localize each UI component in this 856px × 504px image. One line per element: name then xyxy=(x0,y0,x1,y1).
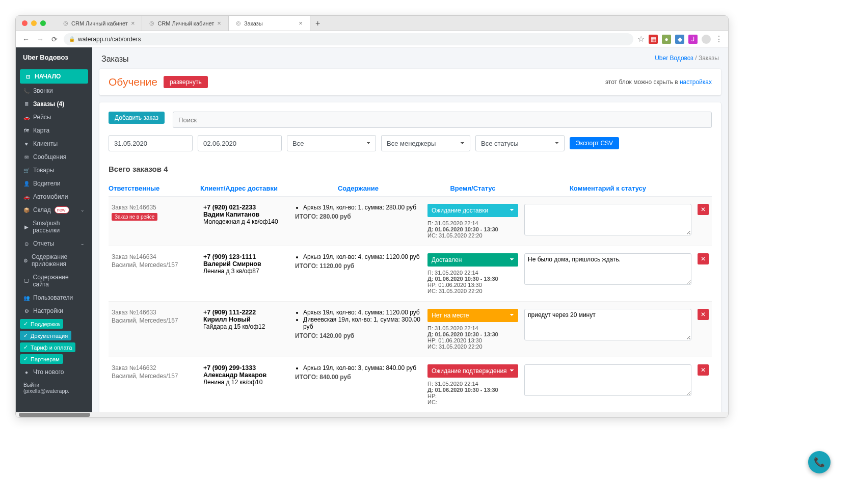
comment-input[interactable]: Не было дома, пришлось ждать. xyxy=(524,253,691,285)
sidebar-label: Склад xyxy=(33,206,51,214)
extension-icon[interactable]: ● xyxy=(662,35,671,44)
sidebar-icon: ⚙ xyxy=(23,258,28,263)
forward-button[interactable]: → xyxy=(35,35,45,43)
filter-managers-select[interactable]: Все менеджеры xyxy=(381,135,470,151)
order-total: ИТОГО: 280.00 руб xyxy=(295,213,421,220)
extension-icon[interactable]: J xyxy=(688,35,698,44)
training-hint: этот блок можно скрыть в настройках xyxy=(605,78,712,86)
sidebar-item-10[interactable]: ▶Sms/push рассылки xyxy=(20,217,88,236)
sidebar-item-5[interactable]: ✉Сообщения xyxy=(20,151,88,163)
sidebar-item-9[interactable]: 📦Складnew!⌄ xyxy=(20,204,88,216)
sidebar-label: Клиенты xyxy=(33,140,58,147)
sidebar-item-1[interactable]: ≣Заказы (4) xyxy=(20,98,88,110)
comment-input[interactable] xyxy=(524,204,691,235)
close-icon[interactable]: × xyxy=(217,19,221,27)
order-row: Заказ №146632 Василий, Mercedes/157 +7 (… xyxy=(109,357,712,412)
order-item: Дивеевская 19л, кол-во: 1, сумма: 300.00… xyxy=(303,316,421,330)
sidebar-label: Содержание приложения xyxy=(32,253,85,268)
sidebar-badge-1[interactable]: ✓Документация xyxy=(20,331,71,340)
sidebar-icon: 🚗 xyxy=(23,194,30,200)
sidebar-icon: ⚙ xyxy=(23,308,30,314)
order-number[interactable]: Заказ №146634 xyxy=(112,253,197,260)
delete-order-button[interactable]: ✕ xyxy=(698,204,709,215)
browser-tab-1[interactable]: ◎CRM Личный кабинет× xyxy=(142,16,228,31)
sidebar-item-4[interactable]: ♥Клиенты xyxy=(20,138,88,150)
sidebar-item-2[interactable]: 🚗Рейсы xyxy=(20,111,88,123)
breadcrumb-root[interactable]: Uber Водовоз xyxy=(655,55,693,62)
date-to-input[interactable] xyxy=(198,135,282,151)
order-number[interactable]: Заказ №146632 xyxy=(112,364,197,372)
new-tab-button[interactable]: + xyxy=(310,16,325,31)
comment-input[interactable]: приедут через 20 минут xyxy=(524,309,691,340)
back-button[interactable]: ← xyxy=(21,35,31,43)
col-responsible: Ответственные xyxy=(109,184,200,192)
order-number[interactable]: Заказ №146635 xyxy=(112,204,197,211)
browser-tab-2[interactable]: ◎Заказы× xyxy=(229,16,310,31)
sidebar-whatsnew[interactable]: ●Что нового xyxy=(20,366,88,378)
url-text: waterapp.ru/cab/orders xyxy=(78,36,141,43)
star-icon[interactable]: ☆ xyxy=(637,34,645,44)
order-times: П: 31.05.2020 22:14Д: 01.06.2020 10:30 -… xyxy=(427,325,518,350)
sidebar-item-13[interactable]: 🖵Содержание сайта xyxy=(20,271,88,290)
status-select[interactable]: Нет на месте xyxy=(427,309,518,322)
sidebar-label: Что нового xyxy=(33,368,64,376)
minimize-window-icon[interactable] xyxy=(31,20,37,26)
sidebar-item-14[interactable]: 👥Пользователи xyxy=(20,291,88,304)
close-icon[interactable]: × xyxy=(131,19,135,27)
client-address: Ленина д 3 кв/оф87 xyxy=(203,268,289,275)
sidebar-item-8[interactable]: 🚗Автомобили xyxy=(20,191,88,203)
sidebar-badge-3[interactable]: ✓Партнерам xyxy=(20,354,63,364)
delete-order-button[interactable]: ✕ xyxy=(698,364,709,376)
sidebar-item-11[interactable]: ⊙Отчеты⌄ xyxy=(20,237,88,250)
reload-button[interactable]: ⟳ xyxy=(49,35,60,43)
breadcrumb: Uber Водовоз / Заказы xyxy=(655,55,719,64)
extension-icon[interactable]: ◆ xyxy=(675,35,684,44)
comment-input[interactable] xyxy=(524,364,691,396)
maximize-window-icon[interactable] xyxy=(40,20,46,26)
settings-link[interactable]: настройках xyxy=(680,78,712,86)
delete-order-button[interactable]: ✕ xyxy=(698,253,709,264)
browser-tab-0[interactable]: ◎CRM Личный кабинет× xyxy=(56,16,142,31)
profile-icon[interactable] xyxy=(702,35,711,44)
breadcrumb-current: Заказы xyxy=(699,55,719,62)
order-number[interactable]: Заказ №146633 xyxy=(112,309,197,316)
sidebar-icon: ▶ xyxy=(23,224,29,230)
sidebar-label: Рейсы xyxy=(33,114,51,121)
search-input[interactable] xyxy=(173,112,712,128)
training-card: Обучение развернуть этот блок можно скры… xyxy=(99,69,721,95)
add-order-button[interactable]: Добавить заказ xyxy=(109,112,165,124)
delete-order-button[interactable]: ✕ xyxy=(698,309,709,320)
close-window-icon[interactable] xyxy=(22,20,28,26)
browser-tabs: ◎CRM Личный кабинет× ◎CRM Личный кабинет… xyxy=(56,16,325,31)
status-select[interactable]: Доставлен xyxy=(427,253,518,267)
sidebar-badge-2[interactable]: ✓Тариф и оплата xyxy=(20,342,75,352)
expand-training-button[interactable]: развернуть xyxy=(164,76,208,88)
orders-card: Добавить заказ Все Все менеджеры Все ста… xyxy=(99,102,721,412)
info-icon: ● xyxy=(23,369,30,375)
sidebar-item-7[interactable]: 👤Водители xyxy=(20,177,88,190)
sidebar-badge-0[interactable]: ✓Поддержка xyxy=(20,319,63,329)
sidebar-item-6[interactable]: 🛒Товары xyxy=(20,164,88,176)
status-select[interactable]: Ожидание подтверждения xyxy=(427,364,518,378)
date-from-input[interactable] xyxy=(109,135,193,151)
sidebar-item-3[interactable]: 🗺Карта xyxy=(20,124,88,137)
sidebar-icon: 🗺 xyxy=(23,128,30,134)
sidebar-item-0[interactable]: 📞Звонки xyxy=(20,85,88,97)
menu-icon[interactable]: ⋮ xyxy=(715,34,723,44)
filter-all-select[interactable]: Все xyxy=(287,135,376,151)
sidebar-home[interactable]: ⊡НАЧАЛО xyxy=(20,69,88,84)
extension-icon[interactable]: ▦ xyxy=(649,35,658,44)
close-icon[interactable]: × xyxy=(299,19,303,27)
export-csv-button[interactable]: Экспорт CSV xyxy=(570,137,619,149)
horizontal-scrollbar[interactable] xyxy=(16,412,728,417)
client-name: Валерий Смирнов xyxy=(203,260,289,268)
filter-statuses-select[interactable]: Все статусы xyxy=(475,135,565,151)
sidebar-logout[interactable]: Выйти (pixella@waterapp. xyxy=(20,379,88,396)
url-input[interactable]: 🔒 waterapp.ru/cab/orders xyxy=(64,33,633,45)
client-phone: +7 (909) 123-1111 xyxy=(203,253,289,260)
sidebar-item-12[interactable]: ⚙Содержание приложения xyxy=(20,251,88,270)
globe-icon: ◎ xyxy=(63,20,68,26)
sidebar-item-15[interactable]: ⚙Настройки xyxy=(20,305,88,317)
status-select[interactable]: Ожидание доставки xyxy=(427,204,518,217)
order-times: П: 31.05.2020 22:14Д: 01.06.2020 10:30 -… xyxy=(427,381,518,405)
